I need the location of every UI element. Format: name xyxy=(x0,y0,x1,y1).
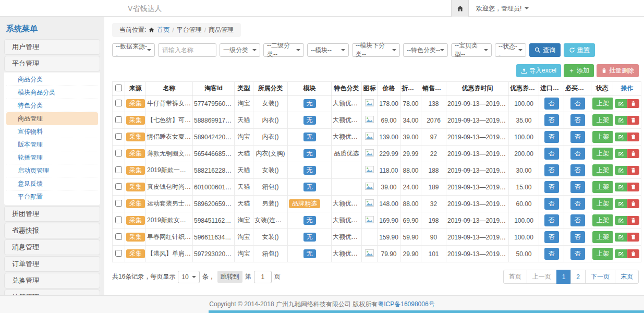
search-button[interactable]: 查询 xyxy=(529,43,561,57)
status-toggle[interactable]: 上架 xyxy=(592,114,613,126)
status-toggle[interactable]: 上架 xyxy=(592,181,613,193)
page-size-select[interactable]: 10 xyxy=(178,271,199,283)
add-button[interactable]: ＋ 添加 xyxy=(564,64,594,77)
page-number-button[interactable]: 1 xyxy=(556,270,572,284)
sidebar-section[interactable]: 订单管理 xyxy=(4,256,100,272)
import-choice-toggle[interactable]: 否 xyxy=(544,131,559,143)
import-choice-toggle[interactable]: 否 xyxy=(544,231,559,243)
status-toggle[interactable]: 上架 xyxy=(592,248,613,260)
sidebar-section[interactable]: 平台管理 xyxy=(4,56,100,71)
import-choice-toggle[interactable]: 否 xyxy=(544,114,559,126)
batch-delete-button[interactable]: 批量删除 xyxy=(597,64,639,77)
filter-select[interactable]: --模块下分类-- xyxy=(352,43,400,57)
status-toggle[interactable]: 上架 xyxy=(592,214,613,226)
edit-button[interactable] xyxy=(615,149,627,158)
sidebar-item[interactable]: 平台配置 xyxy=(6,190,98,203)
page-number-button[interactable]: 2 xyxy=(570,270,586,284)
must-buy-toggle[interactable]: 否 xyxy=(570,231,585,243)
edit-button[interactable] xyxy=(615,249,627,258)
status-toggle[interactable]: 上架 xyxy=(592,148,613,160)
must-buy-toggle[interactable]: 否 xyxy=(570,214,585,226)
must-buy-toggle[interactable]: 否 xyxy=(570,181,585,193)
filter-select[interactable]: --数据来源-- xyxy=(112,43,155,57)
sidebar-item[interactable]: 商品分类 xyxy=(6,73,98,86)
must-buy-toggle[interactable]: 否 xyxy=(570,114,585,126)
status-toggle[interactable]: 上架 xyxy=(592,164,613,176)
must-buy-toggle[interactable]: 否 xyxy=(570,248,585,260)
jump-button[interactable]: 跳转到 xyxy=(217,271,242,283)
filter-select[interactable]: --特色分类-- xyxy=(403,43,448,57)
bottom-scrollbar[interactable] xyxy=(209,310,644,313)
last-page-button[interactable]: 末页 xyxy=(615,270,639,284)
delete-button[interactable] xyxy=(627,166,639,175)
sidebar-item[interactable]: 轮播管理 xyxy=(6,151,98,164)
must-buy-toggle[interactable]: 否 xyxy=(570,98,585,110)
edit-button[interactable] xyxy=(615,233,627,242)
row-checkbox[interactable] xyxy=(115,250,122,257)
sidebar-item[interactable]: 宣传物料 xyxy=(6,125,98,138)
edit-button[interactable] xyxy=(615,116,627,125)
jump-page-input[interactable] xyxy=(254,271,272,283)
import-excel-button[interactable]: 导入excel xyxy=(516,64,561,77)
name-filter-input[interactable] xyxy=(158,43,216,57)
select-all-checkbox[interactable] xyxy=(115,85,122,91)
prev-page-button[interactable]: 上一页 xyxy=(527,270,557,284)
sidebar-item[interactable]: 模块商品分类 xyxy=(6,86,98,99)
status-toggle[interactable]: 上架 xyxy=(592,131,613,143)
delete-button[interactable] xyxy=(627,199,639,208)
import-choice-toggle[interactable]: 否 xyxy=(544,164,559,176)
import-choice-toggle[interactable]: 否 xyxy=(544,214,559,226)
must-buy-toggle[interactable]: 否 xyxy=(570,198,585,210)
import-choice-toggle[interactable]: 否 xyxy=(544,181,559,193)
icp-link[interactable]: 粤ICP备16098006号 xyxy=(378,300,434,308)
edit-button[interactable] xyxy=(615,133,627,141)
sidebar-item[interactable]: 特色分类 xyxy=(6,99,98,112)
status-toggle[interactable]: 上架 xyxy=(592,198,613,210)
must-buy-toggle[interactable]: 否 xyxy=(570,164,585,176)
status-toggle[interactable]: 上架 xyxy=(592,98,613,110)
home-button[interactable] xyxy=(451,0,469,17)
filter-select[interactable]: 一级分类 xyxy=(220,43,260,57)
sidebar-section[interactable]: 用户管理 xyxy=(4,39,100,55)
filter-select[interactable]: --宝贝类型-- xyxy=(451,43,492,57)
import-choice-toggle[interactable]: 否 xyxy=(544,198,559,210)
filter-select[interactable]: --二级分类-- xyxy=(263,43,304,57)
edit-button[interactable] xyxy=(615,183,627,191)
row-checkbox[interactable] xyxy=(115,200,122,207)
sidebar-item[interactable]: 启动页管理 xyxy=(6,164,98,177)
sidebar-section[interactable]: 兑换管理 xyxy=(4,273,100,288)
delete-button[interactable] xyxy=(627,216,639,225)
next-page-button[interactable]: 下一页 xyxy=(585,270,615,284)
status-toggle[interactable]: 上架 xyxy=(592,231,613,243)
sidebar-item[interactable]: 意见反馈 xyxy=(6,177,98,190)
row-checkbox[interactable] xyxy=(115,183,122,190)
row-checkbox[interactable] xyxy=(115,116,122,123)
must-buy-toggle[interactable]: 否 xyxy=(570,131,585,143)
delete-button[interactable] xyxy=(627,133,639,141)
edit-button[interactable] xyxy=(615,216,627,225)
must-buy-toggle[interactable]: 否 xyxy=(570,148,585,160)
sidebar-item[interactable]: 商品管理 xyxy=(6,112,98,125)
import-choice-toggle[interactable]: 否 xyxy=(544,148,559,160)
sidebar-section[interactable]: 省惠快报 xyxy=(4,223,100,238)
delete-button[interactable] xyxy=(627,183,639,191)
row-checkbox[interactable] xyxy=(115,166,122,173)
edit-button[interactable] xyxy=(615,199,627,208)
delete-button[interactable] xyxy=(627,99,639,108)
import-choice-toggle[interactable]: 否 xyxy=(544,248,559,260)
user-menu[interactable]: 欢迎您，管理员! xyxy=(469,0,536,17)
edit-button[interactable] xyxy=(615,166,627,175)
delete-button[interactable] xyxy=(627,249,639,258)
filter-select[interactable]: --状态-- xyxy=(495,43,526,57)
row-checkbox[interactable] xyxy=(115,133,122,140)
row-checkbox[interactable] xyxy=(115,216,122,223)
filter-select[interactable]: --模块-- xyxy=(307,43,349,57)
edit-button[interactable] xyxy=(615,99,627,108)
delete-button[interactable] xyxy=(627,233,639,242)
delete-button[interactable] xyxy=(627,116,639,125)
first-page-button[interactable]: 首页 xyxy=(503,270,527,284)
sidebar-item[interactable]: 版本管理 xyxy=(6,138,98,151)
sidebar-section[interactable]: 拼团管理 xyxy=(4,206,100,222)
breadcrumb-home-link[interactable]: 首页 xyxy=(157,26,169,34)
row-checkbox[interactable] xyxy=(115,233,122,240)
